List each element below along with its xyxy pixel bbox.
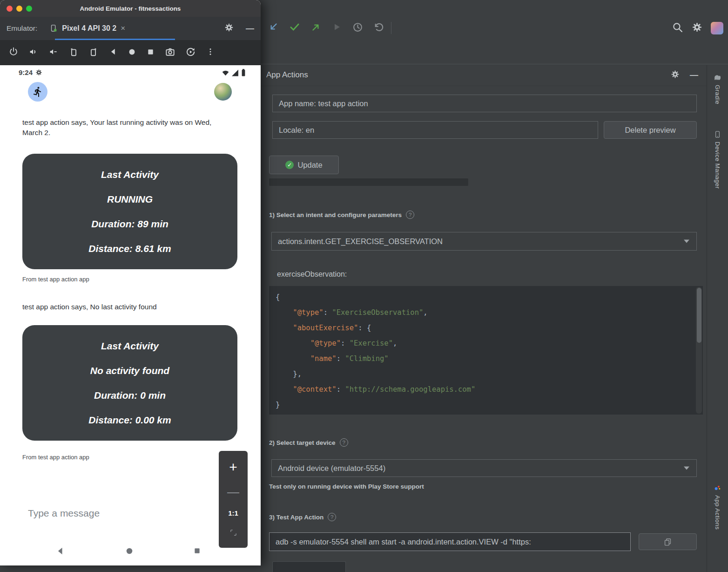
- user-avatar: [214, 83, 232, 101]
- card-duration: Duration: 89 min: [91, 218, 169, 230]
- phone-tab-icon: [49, 24, 58, 33]
- nav-home-icon[interactable]: [125, 546, 134, 558]
- from-app-label-1: From test app action app: [22, 276, 89, 283]
- battery-icon: [241, 69, 246, 76]
- intent-dropdown[interactable]: actions.intent.GET_EXERCISE_OBSERVATION: [271, 232, 697, 251]
- back-icon[interactable]: [108, 47, 118, 58]
- volume-down-icon[interactable]: [48, 47, 59, 59]
- copy-button[interactable]: [639, 533, 697, 550]
- fit-screen-icon[interactable]: [229, 529, 237, 538]
- nav-back-icon[interactable]: [55, 546, 65, 558]
- scrollbar-track[interactable]: [696, 287, 702, 414]
- status-icons: [222, 69, 246, 76]
- nav-overview-icon[interactable]: [193, 546, 202, 557]
- close-window-button[interactable]: [7, 6, 13, 12]
- minimize-window-button[interactable]: [16, 6, 22, 12]
- section-2-label: 2) Select target device ?: [269, 438, 348, 447]
- search-icon[interactable]: [672, 21, 683, 35]
- tool-window-sidebar: Gradle Device Manager App Actions: [707, 65, 728, 572]
- card-title: Last Activity: [101, 340, 159, 352]
- status-time: 9:24: [19, 68, 33, 76]
- sidebar-item-gradle[interactable]: Gradle: [707, 74, 728, 104]
- json-code: { "@type": "ExerciseObservation", "about…: [276, 290, 691, 413]
- sidebar-label-gradle: Gradle: [714, 85, 721, 104]
- app-actions-icon: [714, 483, 722, 492]
- card-title: Last Activity: [101, 169, 159, 180]
- panel-gear-icon[interactable]: [671, 70, 680, 81]
- adb-command-input[interactable]: adb -s emulator-5554 shell am start -a a…: [269, 532, 631, 551]
- message-input[interactable]: Type a message: [28, 508, 100, 519]
- emulator-minimize-icon[interactable]: —: [246, 24, 254, 33]
- wifi-icon: [222, 69, 229, 76]
- more-icon[interactable]: [206, 47, 215, 58]
- settings-gear-icon[interactable]: [692, 22, 702, 34]
- android-studio-window: App Actions — App name: test app action …: [261, 0, 728, 572]
- panel-minimize-icon[interactable]: —: [690, 71, 698, 79]
- volume-up-icon[interactable]: [28, 47, 39, 59]
- status-bar: 9:24: [19, 68, 42, 76]
- sidebar-item-device-manager[interactable]: Device Manager: [707, 130, 728, 189]
- zoom-out-button[interactable]: —: [227, 486, 239, 498]
- check-icon[interactable]: [289, 21, 301, 35]
- sidebar-item-app-actions[interactable]: App Actions: [707, 483, 728, 530]
- zoom-control-panel: + — 1:1: [219, 451, 248, 548]
- device-tab-title: Pixel 4 API 30 2: [62, 24, 116, 33]
- device-tab[interactable]: Pixel 4 API 30 2 ×: [49, 24, 125, 33]
- overview-icon[interactable]: [146, 48, 155, 58]
- from-app-label-2: From test app action app: [22, 454, 89, 461]
- zoom-in-button[interactable]: +: [229, 460, 237, 474]
- camera-icon[interactable]: [165, 47, 175, 59]
- device-dropdown[interactable]: Android device (emulator-5554): [271, 459, 697, 477]
- runner-icon: [32, 86, 43, 97]
- snapshots-icon[interactable]: [185, 47, 196, 59]
- user-profile-avatar[interactable]: [711, 22, 723, 34]
- power-icon[interactable]: [8, 47, 19, 59]
- activity-card-1: Last Activity RUNNING Duration: 89 min D…: [22, 154, 237, 269]
- emulator-titlebar: Android Emulator - fitnessactions: [0, 0, 261, 17]
- help-icon[interactable]: ?: [406, 211, 414, 219]
- run-disabled-icon[interactable]: [331, 21, 343, 34]
- scrollbar-thumb[interactable]: [697, 288, 701, 343]
- locale-field[interactable]: Locale: en: [272, 121, 598, 139]
- device-dropdown-value: Android device (emulator-5554): [278, 464, 385, 473]
- chevron-down-icon: [684, 240, 689, 243]
- activity-card-2: Last Activity No activity found Duration…: [22, 325, 237, 441]
- window-title: Android Emulator - fitnessactions: [0, 5, 261, 12]
- card-status: No activity found: [90, 365, 169, 376]
- toolbar-divider: [391, 22, 391, 34]
- arrow-down-left-icon[interactable]: [267, 21, 279, 35]
- emulator-settings-gear-icon[interactable]: [224, 23, 234, 34]
- section-3-label: 3) Test App Action ?: [269, 513, 336, 521]
- device-note: Test only on running device with Play St…: [269, 483, 424, 490]
- home-icon[interactable]: [128, 48, 136, 58]
- app-actions-panel-header: App Actions —: [261, 64, 707, 86]
- arrow-up-right-icon[interactable]: [310, 21, 322, 35]
- json-editor[interactable]: { "@type": "ExerciseObservation", "about…: [269, 286, 703, 415]
- help-icon[interactable]: ?: [340, 438, 348, 447]
- tab-close-icon[interactable]: ×: [121, 24, 125, 33]
- clock-icon[interactable]: [352, 21, 364, 35]
- section-3-text: 3) Test App Action: [269, 514, 324, 521]
- zoom-window-button[interactable]: [26, 6, 32, 12]
- card-distance: Distance: 0.00 km: [88, 415, 171, 426]
- rotate-right-icon[interactable]: [88, 47, 99, 59]
- section-2-text: 2) Select target device: [269, 439, 336, 446]
- delete-preview-button[interactable]: Delete preview: [604, 121, 697, 139]
- partial-button[interactable]: [272, 561, 346, 572]
- update-button-label: Update: [297, 161, 322, 170]
- assistant-message-1: test app action says, Your last running …: [22, 117, 222, 138]
- signal-icon: [232, 69, 239, 76]
- update-button[interactable]: ✓ Update: [269, 156, 339, 174]
- emulator-controls: [0, 40, 261, 65]
- rotate-left-icon[interactable]: [68, 47, 79, 59]
- card-duration: Duration: 0 min: [94, 390, 166, 401]
- phone-screen: 9:24 test app action says, Your last run…: [0, 65, 261, 565]
- undo-icon[interactable]: [373, 21, 384, 35]
- app-name-field[interactable]: App name: test app action: [272, 95, 697, 112]
- parameter-label: exerciseObservation:: [277, 270, 347, 279]
- zoom-reset-button[interactable]: 1:1: [228, 509, 238, 517]
- help-icon[interactable]: ?: [328, 513, 336, 521]
- section-1-label: 1) Select an intent and configure parame…: [269, 211, 414, 219]
- status-gear-icon: [35, 69, 42, 76]
- copy-icon: [663, 538, 672, 546]
